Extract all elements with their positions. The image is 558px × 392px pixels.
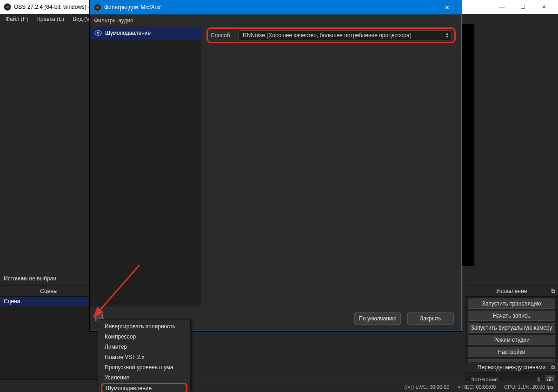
controls-header-text: Управление xyxy=(496,288,527,294)
context-menu-item[interactable]: Шумоподавление xyxy=(101,383,187,392)
svg-point-1 xyxy=(97,32,99,34)
scenes-list[interactable]: Сцена xyxy=(0,297,98,379)
start-record-button[interactable]: Начать запись xyxy=(468,311,555,321)
scenes-dock-header[interactable]: Сцены ⧉ xyxy=(0,286,98,297)
studio-mode-button[interactable]: Режим студии xyxy=(468,335,555,345)
scene-item[interactable]: Сцена xyxy=(0,297,98,306)
context-menu-item[interactable]: Плагин VST 2.x xyxy=(98,352,190,362)
audio-filters-label: Фильтры аудио xyxy=(90,14,201,27)
close-button[interactable]: ✕ xyxy=(533,0,554,14)
filter-item-noise-suppression[interactable]: Шумоподавление xyxy=(90,27,201,40)
statusbar: ((●)) LIVE: 00:00:00 ● REC: 00:00:00 CPU… xyxy=(0,381,558,392)
method-value: RNNoise (Хорошее качество, большее потре… xyxy=(243,32,412,39)
method-select[interactable]: RNNoise (Хорошее качество, большее потре… xyxy=(239,30,452,40)
maximize-button[interactable]: ☐ xyxy=(512,0,533,14)
main-window-title: OBS 27.2.4 (64-bit, windows) - П xyxy=(14,4,95,10)
minimize-button[interactable]: — xyxy=(492,0,512,14)
add-filter-context-menu: Инвертировать полярностьКомпрессорЛимите… xyxy=(98,319,191,392)
filter-list-panel: Фильтры аудио Шумоподавление xyxy=(90,14,201,306)
popout-icon[interactable]: ⧉ xyxy=(551,288,555,294)
method-label: Способ xyxy=(211,32,239,39)
scenes-header-text: Сцены xyxy=(40,288,57,294)
method-row: Способ RNNoise (Хорошее качество, больше… xyxy=(206,27,456,43)
live-indicator: ((●)) LIVE: 00:00:00 xyxy=(404,384,449,390)
filter-properties-panel: Способ RNNoise (Хорошее качество, больше… xyxy=(201,14,461,306)
start-vcam-button[interactable]: Запустить виртуальную камеру xyxy=(468,323,555,333)
dialog-title-text: Фильтры для 'Mic/Aux' xyxy=(104,4,161,11)
cpu-indicator: CPU: 1.1%, 20.00 fps xyxy=(504,384,553,390)
no-source-label: Источник не выбран xyxy=(4,275,56,282)
context-menu-item[interactable]: Усиление xyxy=(98,372,190,383)
transitions-header-text: Переходы между сценами xyxy=(478,364,545,371)
close-button[interactable]: Закрыть xyxy=(407,312,454,325)
menu-file[interactable]: Файл (F) xyxy=(3,15,31,23)
obs-logo-icon xyxy=(94,4,101,11)
filters-dialog: Фильтры для 'Mic/Aux' ✕ Фильтры аудио Шу… xyxy=(90,0,462,331)
record-icon: ● xyxy=(458,384,461,390)
settings-button[interactable]: Настройки xyxy=(468,347,555,357)
start-stream-button[interactable]: Запустить трансляцию xyxy=(468,299,555,309)
rec-indicator: ● REC: 00:00:00 xyxy=(458,384,496,390)
context-menu-item[interactable]: Лимитер xyxy=(98,342,190,352)
menu-edit[interactable]: Правка (E) xyxy=(33,15,67,23)
broadcast-icon: ((●)) xyxy=(404,384,414,390)
filter-item-label: Шумоподавление xyxy=(105,30,151,36)
context-menu-item[interactable]: Пропускной уровень шума xyxy=(98,362,190,372)
context-menu-item[interactable]: Инвертировать полярность xyxy=(98,321,190,332)
controls-dock-header[interactable]: Управление ⧉ xyxy=(465,286,558,297)
defaults-button[interactable]: По умолчанию xyxy=(354,312,401,325)
dialog-titlebar[interactable]: Фильтры для 'Mic/Aux' ✕ xyxy=(90,0,461,14)
dialog-close-button[interactable]: ✕ xyxy=(437,0,458,14)
popout-icon[interactable]: ⧉ xyxy=(551,364,555,371)
chevron-updown-icon: ▲▼ xyxy=(445,32,449,39)
controls-dock: Запустить трансляцию Начать запись Запус… xyxy=(465,297,558,371)
obs-logo-icon xyxy=(4,3,11,11)
context-menu-item[interactable]: Компрессор xyxy=(98,332,190,342)
transitions-dock-header[interactable]: Переходы между сценами ⧉ xyxy=(465,362,558,373)
eye-icon[interactable] xyxy=(94,29,102,37)
